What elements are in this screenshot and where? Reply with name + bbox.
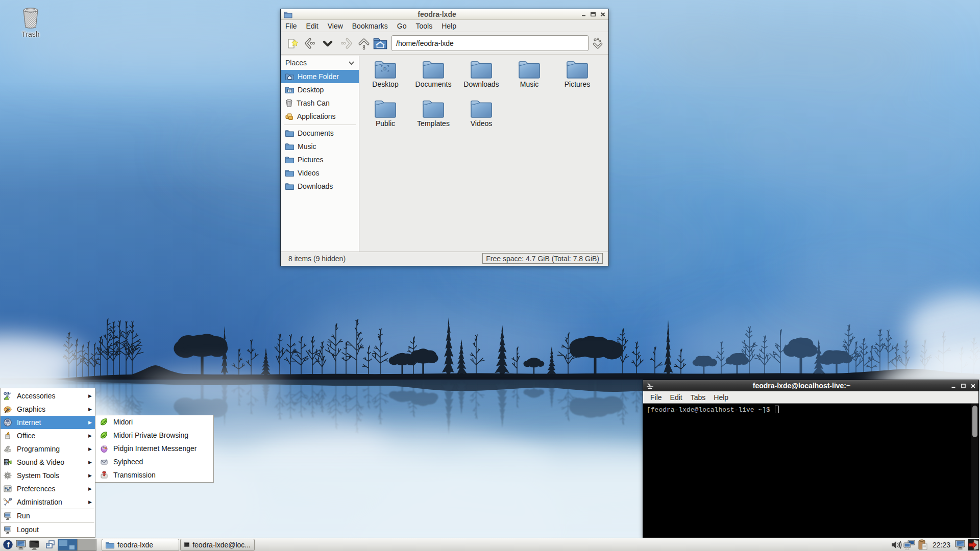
svg-text:D: D xyxy=(383,66,387,71)
svg-text:o: o xyxy=(289,89,290,92)
